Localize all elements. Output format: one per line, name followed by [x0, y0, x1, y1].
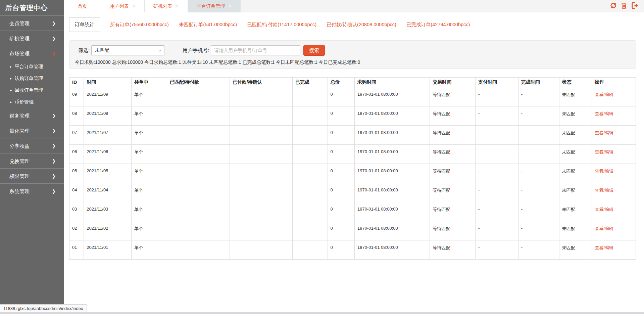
cell-paid — [230, 145, 292, 164]
tab-3[interactable]: 平台订单管理✕ — [188, 0, 241, 12]
filter-select-label: 筛选: — [78, 47, 90, 54]
tab-strip: 首页用户列表✕矿机列表✕平台订单管理✕ — [64, 0, 241, 12]
table-row: 042021/11/04单个01970-01-01 08:00:00等待匹配--… — [69, 183, 636, 202]
sidebar-subitem[interactable]: ▸平台订单管理 — [0, 61, 64, 73]
view-edit-link[interactable]: 查看/编辑 — [595, 111, 613, 116]
view-edit-link[interactable]: 查看/编辑 — [595, 207, 613, 212]
chevron-right-icon: ❯ — [52, 123, 56, 138]
tab-label: 平台订单管理 — [197, 3, 225, 9]
cell-finish_time: - — [518, 183, 559, 202]
cell-paid — [230, 164, 292, 183]
cell-trade_time: 等待匹配 — [430, 221, 476, 240]
chevron-right-icon: ❯ — [52, 153, 56, 169]
sidebar-item-5[interactable]: 分享收益❯ — [0, 138, 64, 153]
cell-pay_time: - — [476, 87, 518, 106]
view-edit-link[interactable]: 查看/编辑 — [595, 226, 613, 231]
view-edit-link[interactable]: 查看/编辑 — [595, 188, 613, 193]
sidebar-item-4[interactable]: 量化管理❯ — [0, 123, 64, 138]
sidebar-item-1[interactable]: 矿机管理❯ — [0, 31, 64, 46]
sidebar-subitem[interactable]: ▸认购订单管理 — [0, 73, 64, 84]
cell-paid — [230, 240, 292, 260]
cell-done — [292, 183, 328, 202]
cell-pay_time: - — [476, 164, 518, 183]
cell-total: 0 — [328, 106, 354, 126]
sidebar-subitem[interactable]: ▸币价管理 — [0, 96, 64, 108]
sidebar-item-3[interactable]: 财务管理❯ — [0, 108, 64, 123]
view-edit-link[interactable]: 查看/编辑 — [595, 149, 613, 154]
tab-0[interactable]: 首页 — [64, 0, 101, 12]
cell-done — [292, 221, 328, 240]
cell-pay_time: - — [476, 240, 518, 260]
view-edit-link[interactable]: 查看/编辑 — [595, 169, 613, 174]
chevron-right-icon: ❯ — [52, 138, 56, 153]
table-row: 072021/11/07单个01970-01-01 08:00:00等待匹配--… — [69, 126, 636, 145]
cell-total: 0 — [328, 164, 354, 183]
phone-input[interactable] — [211, 45, 300, 55]
cell-action: 查看/编辑 — [592, 87, 636, 106]
cell-time: 2021/11/06 — [84, 145, 132, 164]
sidebar-item-2[interactable]: 市场管理❯ — [0, 46, 64, 61]
refresh-icon[interactable] — [609, 2, 617, 9]
cell-pending: 单个 — [132, 106, 167, 126]
stat-link-0[interactable]: 所有订单(75560.0000bpcc) — [110, 21, 169, 28]
sidebar-subitem[interactable]: ▸回收订单管理 — [0, 84, 64, 96]
tab-label: 用户列表 — [110, 3, 129, 9]
trash-icon[interactable] — [620, 2, 628, 9]
caret-right-icon: ▸ — [10, 96, 12, 108]
cell-pending: 单个 — [132, 87, 167, 106]
sidebar-item-label: 矿机管理 — [9, 31, 30, 46]
cell-status: 未匹配 — [559, 126, 592, 145]
sidebar-item-0[interactable]: 会员管理❯ — [0, 15, 64, 31]
sidebar-item-label: 财务管理 — [9, 108, 30, 123]
sidebar-item-8[interactable]: 系统管理❯ — [0, 183, 64, 198]
cell-buy_time: 1970-01-01 08:00:00 — [354, 240, 430, 260]
orders-table-wrap: ID时间挂单中已匹配/待付款已付款/待确认已完成总价求购时间交易时间支付时间完成… — [69, 77, 636, 260]
tab-label: 首页 — [78, 3, 87, 9]
cell-time: 2021/11/07 — [84, 126, 132, 145]
tab-2[interactable]: 矿机列表✕ — [145, 0, 188, 12]
cell-trade_time: 等待匹配 — [430, 145, 476, 164]
cell-matched — [167, 221, 230, 240]
view-edit-link[interactable]: 查看/编辑 — [595, 245, 613, 250]
horizontal-scrollbar[interactable] — [0, 312, 644, 314]
chevron-right-icon: ❯ — [52, 169, 56, 184]
cell-matched — [167, 183, 230, 202]
view-edit-link[interactable]: 查看/编辑 — [595, 92, 613, 97]
tab-order-stats[interactable]: 订单统计 — [69, 17, 100, 32]
cell-id: 01 — [69, 240, 84, 260]
col-header: ID — [69, 78, 84, 87]
status-url: 11888.rglxc.top/aabbccsdmin/index/index — [0, 304, 87, 312]
cell-trade_time: 等待匹配 — [430, 126, 476, 145]
sidebar-item-7[interactable]: 权限管理❯ — [0, 168, 64, 183]
cell-trade_time: 等待匹配 — [430, 202, 476, 221]
cell-matched — [167, 126, 230, 145]
close-icon[interactable]: ✕ — [176, 4, 179, 9]
cell-time: 2021/11/08 — [84, 106, 132, 126]
tab-bar: 首页用户列表✕矿机列表✕平台订单管理✕ — [64, 0, 644, 12]
stat-link-1[interactable]: 未匹配订单(541.0000bpcc) — [179, 21, 237, 28]
cell-time: 2021/11/09 — [84, 87, 132, 106]
table-row: 052021/11/05单个01970-01-01 08:00:00等待匹配--… — [69, 164, 636, 183]
cell-id: 09 — [69, 87, 84, 106]
sidebar-item-6[interactable]: 兑换管理❯ — [0, 153, 64, 168]
cell-time: 2021/11/05 — [84, 164, 132, 183]
close-icon[interactable]: ✕ — [132, 4, 136, 9]
cell-total: 0 — [328, 87, 354, 106]
tab-1[interactable]: 用户列表✕ — [101, 0, 145, 12]
cell-status: 未匹配 — [559, 202, 592, 221]
stat-link-4[interactable]: 已完成订单(42794.0000bpcc) — [406, 21, 470, 28]
col-header: 挂单中 — [132, 78, 167, 87]
logout-icon[interactable] — [631, 2, 639, 9]
sidebar-subitem-label: 认购订单管理 — [15, 73, 43, 84]
cell-pay_time: - — [476, 106, 518, 126]
stat-link-3[interactable]: 已付款/待确认(20808.0000bpcc) — [327, 21, 396, 28]
filter-select[interactable]: 未匹配 ⌄ — [91, 45, 164, 55]
search-button[interactable]: 搜索 — [303, 45, 325, 56]
main-area: 首页用户列表✕矿机列表✕平台订单管理✕ — [64, 0, 644, 314]
cell-paid — [230, 221, 292, 240]
stat-link-2[interactable]: 已匹配/待付款(11417.0000bpcc) — [247, 21, 316, 28]
close-icon[interactable]: ✕ — [228, 4, 232, 9]
cell-done — [292, 87, 328, 106]
cell-id: 05 — [69, 164, 84, 183]
view-edit-link[interactable]: 查看/编辑 — [595, 130, 613, 135]
